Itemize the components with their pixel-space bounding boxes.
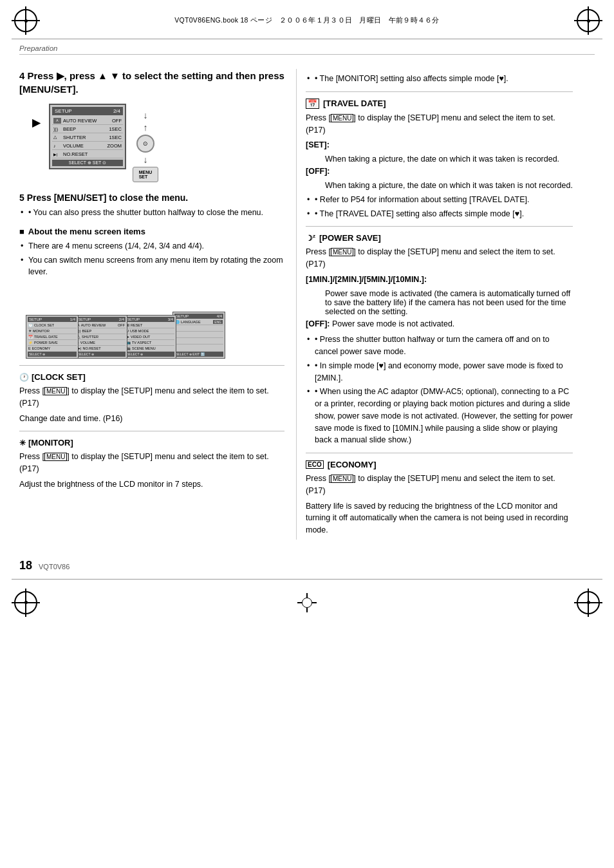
lcd-bottom: SELECT ⊕ SET ⊙ [52, 160, 123, 166]
monitor-right-bullets: • The [MONITOR] setting also affects sim… [306, 73, 573, 85]
step4-diagram: ▶ SETUP 2/4 A AUTO REVIEW OFF ))) [32, 104, 284, 182]
clock-icon: 🕐 [19, 373, 29, 382]
power-save-desc1: Press [MENU] to display the [SETUP] menu… [306, 246, 573, 270]
travel-date-bullet1: • Refer to P54 for information about set… [306, 194, 573, 206]
travel-date-off-text: When taking a picture, the date on which… [306, 181, 573, 190]
lcd-icon-1: A [53, 118, 61, 124]
power-save-heading: ☽z [POWER SAVE] [306, 233, 573, 243]
power-save-options-label: [1MIN.]/[2MIN.]/[5MIN.]/[10MIN.]: [306, 274, 573, 286]
lcd-row-3: △ SHUTTER 1SEC [52, 133, 123, 142]
reg-mark-bottom-left [12, 589, 40, 617]
page-container: VQT0V86ENG.book 18 ページ ２００６年１月３０日 月曜日 午前… [0, 0, 614, 868]
clock-set-heading: 🕐 [CLOCK SET] [19, 372, 284, 382]
about-menu-bullets: There are 4 menu screens (1/4, 2/4, 3/4 … [19, 240, 284, 278]
economy-desc2: Battery life is saved by reducing the br… [306, 500, 573, 536]
lcd-row-4: ♪ VOLUME ZOOM [52, 142, 123, 150]
travel-date-heading: 📅 [TRAVEL DATE] [306, 99, 573, 109]
lcd-title: SETUP [55, 108, 72, 114]
nav-down-arrow-1: ↓ [144, 110, 148, 120]
lcd-screen: SETUP 2/4 A AUTO REVIEW OFF ))) BEEP 1SE… [49, 104, 126, 169]
power-save-bullets: • Press the shutter button halfway or tu… [306, 334, 573, 446]
menu-bullet1: There are 4 menu screens (1/4, 2/4, 3/4 … [19, 240, 284, 252]
reg-mark-top-right [574, 6, 602, 35]
crosshair-bottom-center [297, 593, 317, 612]
page-number: 18 [19, 559, 32, 572]
menu-bullet2: You can switch menu screens from any men… [19, 254, 284, 279]
power-save-icon: ☽z [306, 233, 315, 243]
lcd-row-1: A AUTO REVIEW OFF [52, 117, 123, 125]
step5-bullets: • You can also press the shutter button … [19, 207, 284, 219]
clock-set-desc1: Press [MENU] to display the [SETUP] menu… [19, 385, 284, 410]
economy-icon: ECO [306, 460, 324, 469]
economy-heading: ECO [ECONOMY] [306, 460, 573, 469]
power-save-bullet3: • When using the AC adaptor (DMW-AC5; op… [306, 386, 573, 446]
nav-down-arrow-2: ↓ [144, 155, 148, 165]
multi-screen-diagram: SETUP1/4 🕐CLOCK SET ☀MONITOR 📅TRAVEL DAT… [26, 285, 284, 359]
travel-date-bullets: • Refer to P54 for information about set… [306, 194, 573, 220]
step5-title: 5 Press [MENU/SET] to close the menu. [19, 193, 284, 203]
monitor-desc1: Press [MENU] to display the [SETUP] menu… [19, 451, 284, 475]
section-label: Preparation [0, 39, 614, 54]
header-file-info: VQT0V86ENG.book 18 ページ ２００６年１月３０日 月曜日 午前… [174, 16, 440, 25]
clock-set-desc2: Change date and time. (P16) [19, 413, 284, 425]
power-save-off-label: [OFF]: Power save mode is not activated. [306, 318, 573, 330]
monitor-heading: ✳ [MONITOR] [19, 438, 284, 448]
reg-mark-top-left [12, 6, 40, 35]
travel-date-set: [SET]: [306, 139, 573, 151]
power-save-options-text: Power save mode is activated (the camera… [306, 289, 573, 316]
monitor-desc2: Adjust the brightness of the LCD monitor… [19, 478, 284, 491]
lcd-row-2: ))) BEEP 1SEC [52, 125, 123, 133]
reg-mark-bottom-right [574, 589, 602, 617]
menu-set-button[interactable]: MENUSET [133, 167, 158, 182]
travel-date-bullet2: • The [TRAVEL DATE] setting also affects… [306, 208, 573, 220]
right-arrow: ▶ [32, 117, 40, 129]
nav-circle-btn[interactable]: ⊙ [136, 135, 154, 153]
about-menu-heading: About the menu screen items [19, 227, 284, 236]
economy-desc1: Press [MENU] to display the [SETUP] menu… [306, 473, 573, 497]
travel-date-set-text: When taking a picture, the date on which… [306, 155, 573, 164]
step5-bullet1: • You can also press the shutter button … [19, 207, 284, 219]
footer: 18 VQT0V86 [0, 552, 614, 576]
lcd-icon-5: ▶| [53, 152, 61, 156]
travel-date-off: [OFF]: [306, 165, 573, 178]
nav-up-arrow: ↑ [144, 122, 148, 133]
monitor-bullet1: • The [MONITOR] setting also affects sim… [306, 73, 573, 85]
lcd-icon-3: △ [53, 135, 61, 140]
lcd-icon-2: ))) [53, 127, 61, 131]
power-save-bullet2: • In simple mode [♥] and economy mode, p… [306, 360, 573, 384]
footer-code: VQT0V86 [39, 563, 70, 571]
left-column: 4 Press ▶, press ▲ ▼ to select the setti… [19, 69, 296, 540]
right-column: • The [MONITOR] setting also affects sim… [296, 69, 573, 540]
travel-date-icon: 📅 [306, 99, 319, 109]
lcd-row-5: ▶| NO.RESET [52, 150, 123, 158]
step4-title: 4 Press ▶, press ▲ ▼ to select the setti… [19, 69, 284, 96]
travel-date-desc1: Press [MENU] to display the [SETUP] menu… [306, 112, 573, 137]
monitor-icon: ✳ [19, 439, 26, 448]
main-content: 4 Press ▶, press ▲ ▼ to select the setti… [0, 61, 614, 552]
power-save-bullet1: • Press the shutter button halfway or tu… [306, 334, 573, 358]
lcd-page: 2/4 [113, 108, 120, 114]
lcd-icon-4: ♪ [53, 144, 61, 148]
s1-title: SETUP1/4 [28, 317, 77, 322]
